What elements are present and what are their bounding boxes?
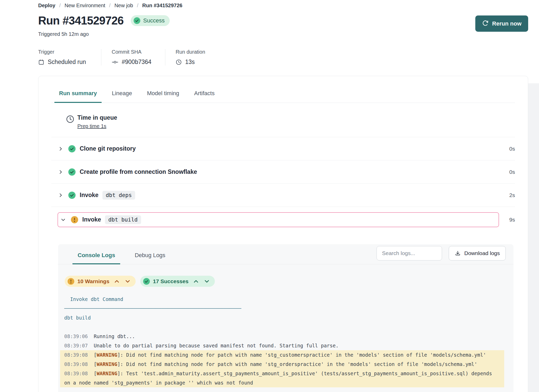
clock-icon xyxy=(66,115,75,129)
step-expanded-box[interactable]: Invokedbt build xyxy=(58,212,499,227)
download-icon xyxy=(455,250,461,256)
log-line: dbt build xyxy=(60,313,504,322)
log-level-warning: WARNING xyxy=(97,361,117,367)
calendar-icon xyxy=(38,59,44,65)
search-logs-input[interactable] xyxy=(377,246,442,260)
log-line: 08:39:08 [WARNING]: Did not find matchin… xyxy=(60,350,504,360)
check-circle-icon xyxy=(68,168,76,176)
meta-label: Run duration xyxy=(176,49,248,55)
meta-label: Trigger xyxy=(38,49,101,55)
run-steps-list: Clone git repository0sCreate profile fro… xyxy=(51,137,515,232)
breadcrumb-item-new-job[interactable]: New job xyxy=(115,3,133,9)
log-line: 08:39:06 Running dbt... xyxy=(60,332,504,341)
step-title: Invokedbt build xyxy=(82,215,141,224)
step-duration: 0s xyxy=(509,146,515,152)
meta-label: Commit SHA xyxy=(112,49,165,55)
console-panel: Console LogsDebug Logs Download logs 10 … xyxy=(58,244,513,392)
chevron-right-icon[interactable] xyxy=(58,146,63,151)
time-in-queue: Time in queue Prep time 1s xyxy=(51,114,515,129)
chevron-up-small-icon[interactable] xyxy=(113,278,120,285)
breadcrumb-separator: / xyxy=(109,3,111,9)
title-row: Run #341529726 Success xyxy=(38,14,528,27)
log-line xyxy=(60,322,504,332)
meta-value: Scheduled run xyxy=(48,59,86,66)
run-summary-card: Run summaryLineageModel timingArtifacts … xyxy=(38,76,528,392)
step-row-create-profile-from-connection-snowflake[interactable]: Create profile from connection Snowflake… xyxy=(51,160,515,183)
meta-value: 13s xyxy=(185,59,195,66)
warning-circle-icon xyxy=(68,278,74,285)
clock-icon xyxy=(176,59,182,65)
prep-time-link[interactable]: Prep time 1s xyxy=(77,123,106,129)
time-in-queue-title: Time in queue xyxy=(77,114,117,121)
meta-run-duration: Run duration 13s xyxy=(165,49,248,66)
badge-10-warnings[interactable]: 10 Warnings xyxy=(65,276,136,287)
console-tabs: Console LogsDebug Logs xyxy=(72,244,180,264)
meta-trigger: Trigger Scheduled run xyxy=(38,49,101,66)
tab-lineage[interactable]: Lineage xyxy=(107,85,137,103)
console-log-output: Invoke dbt Command──────────────────────… xyxy=(60,295,504,387)
chevron-down-small-icon[interactable] xyxy=(124,278,131,285)
step-title: Create profile from connection Snowflake xyxy=(80,168,197,175)
download-logs-button[interactable]: Download logs xyxy=(449,246,506,260)
tab-model-timing[interactable]: Model timing xyxy=(142,85,184,103)
log-line: ────────────────────────────────────────… xyxy=(60,304,504,313)
chevron-right-icon[interactable] xyxy=(58,193,63,198)
check-circle-icon xyxy=(143,278,150,285)
log-timestamp: 08:39:08 xyxy=(64,361,88,367)
status-badge-label: Success xyxy=(143,17,165,24)
chevron-down-small-icon[interactable] xyxy=(203,278,210,285)
refresh-icon xyxy=(482,20,489,28)
badge-label: 10 Warnings xyxy=(77,278,109,284)
breadcrumb-separator: / xyxy=(137,3,138,9)
breadcrumb-item-run-341529726: Run #341529726 xyxy=(142,3,182,9)
tab-debug-logs[interactable]: Debug Logs xyxy=(129,244,170,264)
step-title: Clone git repository xyxy=(80,145,136,152)
scrollbar-track[interactable] xyxy=(528,83,539,392)
status-badge: Success xyxy=(131,15,170,26)
step-duration: 0s xyxy=(509,169,515,175)
log-line: 08:39:07 Unable to do partial parsing be… xyxy=(60,341,504,350)
console-header: Console LogsDebug Logs Download logs xyxy=(58,244,513,264)
log-level-warning: WARNING xyxy=(97,352,117,358)
run-tabs: Run summaryLineageModel timingArtifacts xyxy=(51,85,515,103)
log-timestamp: 08:39:07 xyxy=(64,343,88,348)
chevron-up-small-icon[interactable] xyxy=(193,278,199,285)
code-chip: dbt deps xyxy=(102,191,135,200)
log-timestamp: 08:39:08 xyxy=(64,371,88,376)
breadcrumb-item-new-environment[interactable]: New Environment xyxy=(64,3,105,9)
rerun-now-label: Rerun now xyxy=(492,20,521,27)
chevron-right-icon[interactable] xyxy=(58,169,63,175)
step-duration: 2s xyxy=(509,192,515,198)
log-timestamp: 08:39:06 xyxy=(64,333,88,339)
chevron-down-icon[interactable] xyxy=(61,217,66,222)
check-circle-icon xyxy=(68,145,76,152)
rerun-now-button[interactable]: Rerun now xyxy=(475,15,528,32)
tab-run-summary[interactable]: Run summary xyxy=(54,85,102,103)
breadcrumb-separator: / xyxy=(59,3,61,9)
step-row-clone-git-repository[interactable]: Clone git repository0s xyxy=(51,137,515,160)
step-title: Invokedbt deps xyxy=(80,191,135,200)
check-circle-icon xyxy=(134,17,140,24)
meta-commit-sha: Commit SHA #900b7364 xyxy=(101,49,165,66)
log-line: 08:39:08 [WARNING]: Did not find matchin… xyxy=(60,360,504,369)
code-chip: dbt build xyxy=(105,215,141,224)
triggered-time: Triggered 5h 12m ago xyxy=(38,31,528,37)
tab-console-logs[interactable]: Console Logs xyxy=(72,244,120,264)
step-row-invoke-dbt-build[interactable]: Invokedbt build9s xyxy=(51,207,515,232)
breadcrumb-item-deploy[interactable]: Deploy xyxy=(38,3,55,9)
badge-17-successes[interactable]: 17 Successes xyxy=(140,276,215,287)
warning-circle-icon xyxy=(71,216,78,223)
tab-artifacts[interactable]: Artifacts xyxy=(190,85,219,103)
log-line: 08:39:08 [WARNING]: Test 'test.admin_mat… xyxy=(60,369,504,387)
log-line: Invoke dbt Command xyxy=(60,295,504,304)
log-timestamp: 08:39:08 xyxy=(64,352,88,358)
run-meta: Trigger Scheduled run Commit SHA #900b73… xyxy=(38,49,528,66)
badge-label: 17 Successes xyxy=(153,278,189,284)
run-header: Deploy/New Environment/New job/Run #3415… xyxy=(38,0,528,66)
log-badges-row: 10 Warnings17 Successes xyxy=(65,276,513,287)
commit-icon xyxy=(112,59,118,65)
step-duration: 9s xyxy=(504,217,515,223)
step-row-invoke-dbt-deps[interactable]: Invokedbt deps2s xyxy=(51,183,515,207)
breadcrumb: Deploy/New Environment/New job/Run #3415… xyxy=(38,3,528,9)
console-actions: Download logs xyxy=(377,246,506,264)
